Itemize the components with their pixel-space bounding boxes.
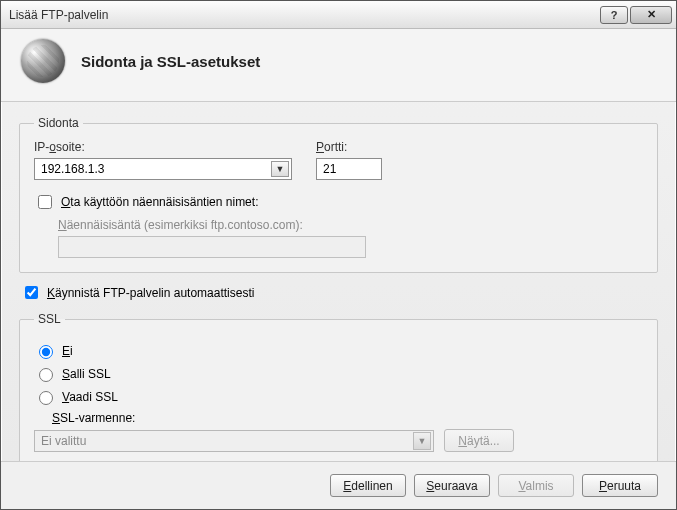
ssl-cert-combo: Ei valittu ▼ — [34, 430, 434, 452]
page-title: Sidonta ja SSL-asetukset — [81, 53, 260, 70]
help-button[interactable]: ? — [600, 6, 628, 24]
binding-group: Sidonta IP-osoite: ▼ Portti: Ota käyttöö… — [19, 116, 658, 273]
window-buttons: ? ✕ — [600, 6, 672, 24]
window-title: Lisää FTP-palvelin — [9, 8, 600, 22]
virtual-host-label: Näennäisisäntä (esimerkiksi ftp.contoso.… — [58, 218, 643, 232]
enable-virtual-checkbox[interactable] — [38, 195, 52, 209]
ip-combo[interactable]: ▼ — [34, 158, 292, 180]
ssl-none-label: Ei — [62, 344, 73, 358]
ip-input[interactable] — [35, 159, 291, 179]
chevron-down-icon: ▼ — [413, 432, 431, 450]
enable-virtual-label: Ota käyttöön näennäisisäntien nimet: — [61, 195, 258, 209]
cancel-button[interactable]: Peruuta — [582, 474, 658, 497]
ssl-none-radio[interactable] — [39, 345, 53, 359]
ssl-legend: SSL — [34, 312, 65, 326]
binding-row: IP-osoite: ▼ Portti: — [34, 140, 643, 180]
autostart-row: Käynnistä FTP-palvelin automaattisesti — [21, 283, 656, 302]
ssl-require-radio[interactable] — [39, 391, 53, 405]
globe-icon — [21, 39, 65, 83]
wizard-footer: Edellinen Seuraava Valmis Peruuta — [1, 461, 676, 509]
ssl-require-label: Vaadi SSL — [62, 390, 118, 404]
virtual-host-section: Näennäisisäntä (esimerkiksi ftp.contoso.… — [58, 218, 643, 258]
dialog-window: Lisää FTP-palvelin ? ✕ Sidonta ja SSL-as… — [0, 0, 677, 510]
ssl-group: SSL Ei Salli SSL Vaadi SSL SSL-varmenne:… — [19, 312, 658, 461]
chevron-down-icon[interactable]: ▼ — [271, 161, 289, 177]
ssl-none-row: Ei — [34, 342, 643, 359]
next-button[interactable]: Seuraava — [414, 474, 490, 497]
ssl-allow-radio[interactable] — [39, 368, 53, 382]
ip-label: IP-osoite: — [34, 140, 292, 154]
ssl-cert-label: SSL-varmenne: — [52, 411, 643, 425]
show-cert-button: Näytä... — [444, 429, 514, 452]
finish-button: Valmis — [498, 474, 574, 497]
content-area: Sidonta IP-osoite: ▼ Portti: Ota käyttöö… — [1, 102, 676, 461]
port-col: Portti: — [316, 140, 382, 180]
virtual-host-enable-row: Ota käyttöön näennäisisäntien nimet: — [34, 192, 643, 212]
wizard-header: Sidonta ja SSL-asetukset — [1, 29, 676, 102]
ssl-require-row: Vaadi SSL — [34, 388, 643, 405]
port-input[interactable] — [316, 158, 382, 180]
autostart-label: Käynnistä FTP-palvelin automaattisesti — [47, 286, 254, 300]
ssl-allow-label: Salli SSL — [62, 367, 111, 381]
titlebar: Lisää FTP-palvelin ? ✕ — [1, 1, 676, 29]
ssl-cert-row: Ei valittu ▼ Näytä... — [34, 429, 643, 452]
ip-col: IP-osoite: ▼ — [34, 140, 292, 180]
binding-legend: Sidonta — [34, 116, 83, 130]
ssl-allow-row: Salli SSL — [34, 365, 643, 382]
autostart-checkbox[interactable] — [25, 286, 38, 299]
ssl-cert-value: Ei valittu — [35, 434, 413, 448]
close-button[interactable]: ✕ — [630, 6, 672, 24]
prev-button[interactable]: Edellinen — [330, 474, 406, 497]
port-label: Portti: — [316, 140, 382, 154]
virtual-host-input — [58, 236, 366, 258]
